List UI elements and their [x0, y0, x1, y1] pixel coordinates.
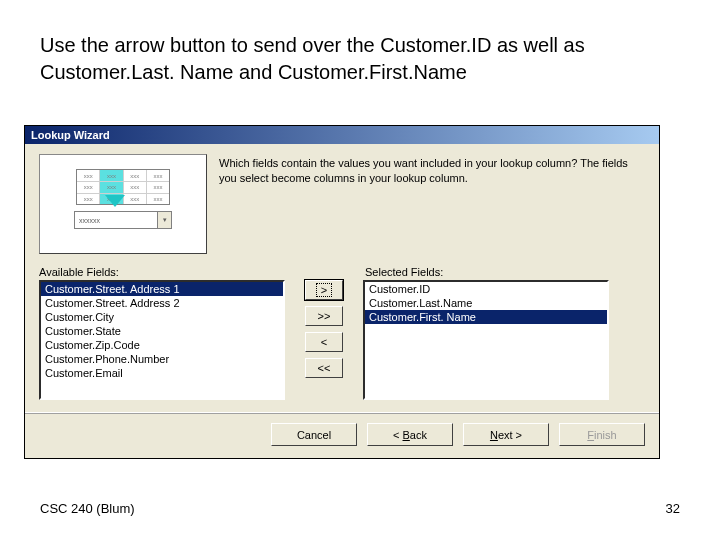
slide-instruction: Use the arrow button to send over the Cu…: [40, 32, 680, 86]
available-fields-listbox[interactable]: Customer.Street. Address 1Customer.Stree…: [39, 280, 285, 400]
finish-button[interactable]: Finish: [559, 423, 645, 446]
dialog-title: Lookup Wizard: [25, 126, 659, 144]
next-button[interactable]: Next >: [463, 423, 549, 446]
preview-cell: xxx: [147, 170, 169, 181]
list-item[interactable]: Customer.Last.Name: [365, 296, 607, 310]
list-item[interactable]: Customer.Street. Address 2: [41, 296, 283, 310]
list-item[interactable]: Customer.Street. Address 1: [41, 282, 283, 296]
selected-fields-label: Selected Fields:: [365, 266, 443, 278]
remove-all-fields-button[interactable]: <<: [305, 358, 343, 378]
preview-cell: xxx: [147, 193, 169, 204]
list-item[interactable]: Customer.State: [41, 324, 283, 338]
back-button[interactable]: < Back: [367, 423, 453, 446]
preview-cell: xxx: [124, 170, 147, 181]
preview-cell: xxx: [124, 193, 147, 204]
preview-combo-text: xxxxxx: [79, 217, 100, 224]
preview-cell: xxx: [77, 181, 100, 192]
add-all-fields-button[interactable]: >>: [305, 306, 343, 326]
preview-cell: xxx: [124, 181, 147, 192]
selected-fields-listbox[interactable]: Customer.IDCustomer.Last.NameCustomer.Fi…: [363, 280, 609, 400]
footer-course: CSC 240 (Blum): [40, 501, 135, 516]
preview-cell: xxx: [77, 193, 100, 204]
list-item[interactable]: Customer.First. Name: [365, 310, 607, 324]
available-fields-label: Available Fields:: [39, 266, 313, 278]
chevron-down-icon: ▾: [157, 212, 171, 228]
remove-field-button[interactable]: <: [305, 332, 343, 352]
preview-cell: xxx: [77, 170, 100, 181]
wizard-prompt: Which fields contain the values you want…: [219, 154, 645, 186]
list-item[interactable]: Customer.Email: [41, 366, 283, 380]
list-item[interactable]: Customer.ID: [365, 282, 607, 296]
preview-pane: xxx xxx xxx xxx xxx xxx xxx xxx xxx xxx …: [39, 154, 207, 254]
footer-page-number: 32: [666, 501, 680, 516]
preview-cell: xxx: [100, 170, 123, 181]
preview-cell: xxx: [100, 181, 123, 192]
list-item[interactable]: Customer.Phone.Number: [41, 352, 283, 366]
cancel-button[interactable]: Cancel: [271, 423, 357, 446]
down-arrow-icon: [105, 195, 125, 207]
preview-cell: xxx: [147, 181, 169, 192]
list-item[interactable]: Customer.City: [41, 310, 283, 324]
list-item[interactable]: Customer.Zip.Code: [41, 338, 283, 352]
lookup-wizard-dialog: Lookup Wizard xxx xxx xxx xxx xxx xxx xx…: [24, 125, 660, 459]
preview-combobox: xxxxxx ▾: [74, 211, 172, 229]
add-field-button[interactable]: >: [305, 280, 343, 300]
